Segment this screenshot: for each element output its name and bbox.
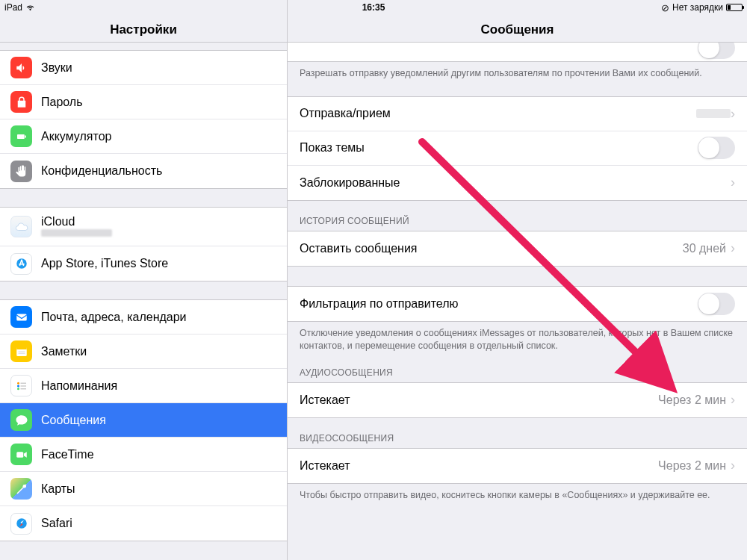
row-value: 30 дней [683,242,726,255]
row-audio-expire[interactable]: Истекает Через 2 мин › [288,383,747,417]
send-receive-value-blurred [696,109,731,118]
sidebar-item-icloud[interactable]: iCloud [0,208,287,246]
row-label: Истекает [300,393,658,407]
sidebar-item-label: Сообщения [41,414,106,427]
battery-icon [726,4,743,11]
row-label: Заблокированные [300,176,731,190]
status-left: iPad [4,1,35,13]
charging-label: Нет зарядки [672,2,723,13]
chevron-right-icon: › [731,106,735,122]
wifi-icon [25,1,35,13]
sidebar-item-reminders[interactable]: Напоминания [0,369,287,403]
detail-title: Сообщения [288,15,747,43]
svg-point-9 [17,385,19,387]
detail-group-video: Истекает Через 2 мин › [288,448,747,484]
row-blocked[interactable]: Заблокированные › [288,166,747,200]
sidebar-item-label: Аккумулятор [41,130,111,143]
sidebar-item-battery[interactable]: Аккумулятор [0,119,287,154]
chevron-right-icon: › [731,392,735,408]
sidebar-item-label: Почта, адреса, календари [41,311,187,324]
header-video: ВИДЕОСООБЩЕНИЯ [288,418,747,448]
footer-filter: Отключение уведомления о сообщениях iMes… [288,322,747,352]
row-label: Фильтрация по отправителю [300,297,698,311]
maps-icon [10,478,32,500]
sidebar-item-label: Заметки [41,345,87,358]
row-label: Оставить сообщения [300,242,683,255]
toggle-show-subject[interactable] [698,137,735,159]
svg-rect-0 [17,134,25,139]
footer-readreceipts: Разрешать отправку уведомлений другим по… [288,62,747,80]
facetime-icon [10,444,32,465]
row-label: Истекает [300,459,658,473]
cloud-icon [10,216,32,237]
not-charging-icon: ⊘ [661,2,669,13]
toggle-filter-unknown[interactable] [698,293,735,315]
sidebar-item-label: Карты [41,482,75,496]
status-bar: iPad 16:35 ⊘ Нет зарядки [0,0,747,15]
svg-rect-1 [25,135,26,137]
sidebar-item-label: Safari [41,517,72,530]
row-value: Через 2 мин [658,393,726,407]
row-readreceipts[interactable] [288,43,747,61]
mail-icon [10,306,32,328]
sidebar-item-label: Звуки [41,61,72,75]
row-label: Отправка/прием [300,107,696,120]
sidebar-item-label: App Store, iTunes Store [41,257,168,270]
sidebar-item-privacy[interactable]: Конфиденциальность [0,154,287,188]
svg-point-10 [17,388,19,390]
chevron-right-icon: › [731,240,735,256]
toggle-readreceipts[interactable] [698,43,735,59]
sidebar-item-label-wrap: iCloud [41,215,112,239]
row-label [300,43,698,55]
sidebar-group-3: Почта, адреса, календари Заметки Напомин… [0,299,287,541]
svg-rect-3 [16,314,27,320]
sidebar-item-label: Конфиденциальность [41,164,162,178]
settings-sidebar: Настройки Звуки Пароль [0,0,288,560]
detail-group-filter: Фильтрация по отправителю [288,286,747,322]
speaker-icon [10,57,32,78]
battery-icon [10,125,32,147]
sidebar-title: Настройки [0,15,287,43]
row-value: Через 2 мин [658,459,726,473]
sidebar-item-appstore[interactable]: App Store, iTunes Store [0,246,287,281]
icloud-account-blurred [41,228,112,239]
row-send-receive[interactable]: Отправка/прием › [288,97,747,131]
detail-group-main: Отправка/прием › Показ темы Заблокирован… [288,96,747,201]
sidebar-item-maps[interactable]: Карты [0,472,287,506]
sidebar-item-messages[interactable]: Сообщения [0,403,287,438]
status-right: ⊘ Нет зарядки [661,2,743,13]
row-keep-messages[interactable]: Оставить сообщения 30 дней › [288,231,747,266]
sidebar-group-2: iCloud App Store, iTunes Store [0,207,287,281]
detail-group-history: Оставить сообщения 30 дней › [288,231,747,267]
sidebar-item-sounds[interactable]: Звуки [0,51,287,85]
svg-rect-14 [16,452,23,458]
sidebar-item-label: Пароль [41,96,83,109]
sidebar-item-notes[interactable]: Заметки [0,335,287,369]
svg-point-8 [17,382,19,384]
device-label: iPad [4,2,22,13]
hand-icon [10,161,32,182]
sidebar-item-safari[interactable]: Safari [0,506,287,541]
header-history: ИСТОРИЯ СООБЩЕНИЙ [288,201,747,231]
lock-icon [10,91,32,113]
sidebar-item-mail[interactable]: Почта, адреса, календари [0,300,287,335]
sidebar-item-label: iCloud [41,215,75,228]
reminders-icon [10,375,32,396]
row-label: Показ темы [300,141,698,155]
sidebar-item-label: FaceTime [41,448,94,461]
detail-pane: Сообщения Разрешать отправку уведомлений… [288,0,747,560]
chevron-right-icon: › [731,175,735,190]
chevron-right-icon: › [731,458,735,473]
sidebar-item-passcode[interactable]: Пароль [0,85,287,119]
sidebar-item-label: Напоминания [41,379,117,393]
footer-video: Чтобы быстро отправить видео, коснитесь … [288,484,747,502]
sidebar-item-facetime[interactable]: FaceTime [0,438,287,472]
detail-group-audio: Истекает Через 2 мин › [288,382,747,418]
row-filter-unknown[interactable]: Фильтрация по отправителю [288,287,747,321]
row-show-subject[interactable]: Показ темы [288,131,747,166]
detail-group-readreceipts [288,43,747,62]
message-bubble-icon [10,409,32,431]
notes-icon [10,340,32,362]
header-audio: АУДИОСООБЩЕНИЯ [288,352,747,382]
row-video-expire[interactable]: Истекает Через 2 мин › [288,449,747,483]
